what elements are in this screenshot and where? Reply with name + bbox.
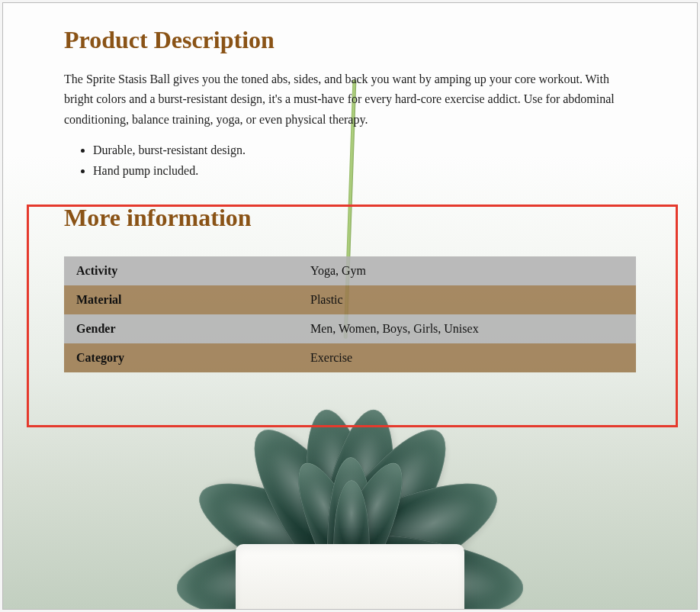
plant-pot-decoration — [236, 544, 464, 610]
attribute-label: Category — [64, 343, 304, 372]
product-bullet: Hand pump included. — [93, 161, 636, 181]
attribute-label: Gender — [64, 314, 304, 343]
product-description-text: The Sprite Stasis Ball gives you the ton… — [64, 69, 636, 130]
product-bullet: Durable, burst-resistant design. — [93, 140, 636, 160]
attribute-label: Activity — [64, 256, 304, 285]
attribute-value: Plastic — [304, 285, 636, 314]
table-row: Activity Yoga, Gym — [64, 256, 636, 285]
attribute-value: Men, Women, Boys, Girls, Unisex — [304, 314, 636, 343]
attribute-label: Material — [64, 285, 304, 314]
attribute-value: Yoga, Gym — [304, 256, 636, 285]
more-information-heading: More information — [64, 204, 636, 232]
product-description-heading: Product Description — [64, 26, 636, 54]
attribute-value: Exercise — [304, 343, 636, 372]
attributes-table: Activity Yoga, Gym Material Plastic Gend… — [64, 256, 636, 372]
product-bullets: Durable, burst-resistant design. Hand pu… — [93, 140, 636, 181]
table-row: Gender Men, Women, Boys, Girls, Unisex — [64, 314, 636, 343]
table-row: Category Exercise — [64, 343, 636, 372]
page-frame: Product Description The Sprite Stasis Ba… — [2, 2, 698, 610]
product-description-section: Product Description The Sprite Stasis Ba… — [3, 3, 697, 181]
table-row: Material Plastic — [64, 285, 636, 314]
more-information-section: More information Activity Yoga, Gym Mate… — [64, 204, 636, 372]
